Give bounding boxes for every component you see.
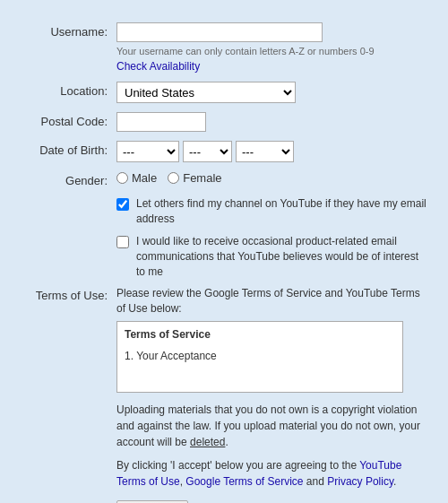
privacy-policy-link[interactable]: Privacy Policy — [327, 475, 393, 488]
terms-label: Terms of Use: — [18, 286, 116, 302]
gender-female-label: Female — [183, 171, 221, 185]
username-input[interactable] — [116, 22, 323, 42]
terms-intro-text: Please review the Google Terms of Servic… — [116, 286, 430, 317]
accept-suffix: . — [393, 475, 396, 488]
terms-box-title: Terms of Service — [125, 326, 395, 343]
gender-options: Male Female — [116, 171, 222, 185]
registration-form: Username: Your username can only contain… — [9, 9, 439, 503]
gender-field-group: Male Female — [116, 171, 430, 185]
dob-selects: --- January February March April May Jun… — [116, 141, 294, 162]
email-findable-row: Let others find my channel on YouTube if… — [18, 196, 430, 227]
dob-day-select[interactable]: --- 12 34 5 — [183, 141, 232, 162]
copyright-notice: Uploading materials that you do not own … — [116, 402, 430, 450]
dob-label: Date of Birth: — [18, 141, 116, 157]
accept-text: By clicking 'I accept' below you are agr… — [116, 457, 430, 490]
postal-field-group — [116, 112, 430, 132]
username-label: Username: — [18, 22, 116, 39]
gender-row: Gender: Male Female — [18, 171, 430, 187]
check-availability-link[interactable]: Check Availability — [116, 60, 200, 73]
location-row: Location: United States United Kingdom C… — [18, 82, 430, 103]
terms-row: Terms of Use: Please review the Google T… — [18, 286, 430, 490]
email-communications-checkbox[interactable] — [116, 236, 129, 248]
gender-male-option[interactable]: Male — [116, 171, 157, 185]
location-label: Location: — [18, 82, 116, 98]
location-select[interactable]: United States United Kingdom Canada Aust… — [116, 82, 296, 103]
postal-label: Postal Code: — [18, 112, 116, 128]
email-findable-checkbox[interactable] — [116, 198, 129, 211]
email-communications-label: I would like to receive occasional produ… — [136, 234, 430, 279]
copyright-notice-text: Uploading materials that you do not own … — [116, 403, 420, 448]
gender-male-label: Male — [132, 171, 157, 185]
dob-row: Date of Birth: --- January February Marc… — [18, 141, 430, 162]
email-communications-row: I would like to receive occasional produ… — [18, 234, 430, 279]
username-field-group: Your username can only contain letters A… — [116, 22, 430, 73]
gender-label: Gender: — [18, 171, 116, 187]
gender-female-option[interactable]: Female — [168, 171, 221, 185]
username-hint: Your username can only contain letters A… — [116, 45, 375, 58]
postal-input[interactable] — [116, 112, 206, 132]
gender-male-radio[interactable] — [116, 172, 128, 184]
username-row: Username: Your username can only contain… — [18, 22, 430, 73]
location-field-group: United States United Kingdom Canada Aust… — [116, 82, 430, 103]
dob-year-select[interactable]: --- 2000 1999 1990 — [236, 141, 294, 162]
accept-and: and — [304, 475, 328, 488]
accept-prefix: By clicking 'I accept' below you are agr… — [116, 459, 359, 472]
terms-box[interactable]: Terms of Service 1. Your Acceptance — [116, 321, 403, 393]
postal-row: Postal Code: — [18, 112, 430, 132]
google-terms-link[interactable]: Google Terms of Service — [185, 475, 303, 488]
email-findable-label: Let others find my channel on YouTube if… — [136, 196, 430, 227]
terms-content: Please review the Google Terms of Servic… — [116, 286, 430, 490]
dob-field-group: --- January February March April May Jun… — [116, 141, 430, 162]
terms-section-1: 1. Your Acceptance — [125, 348, 395, 364]
dob-month-select[interactable]: --- January February March April May Jun… — [116, 141, 179, 162]
gender-female-radio[interactable] — [168, 172, 179, 184]
